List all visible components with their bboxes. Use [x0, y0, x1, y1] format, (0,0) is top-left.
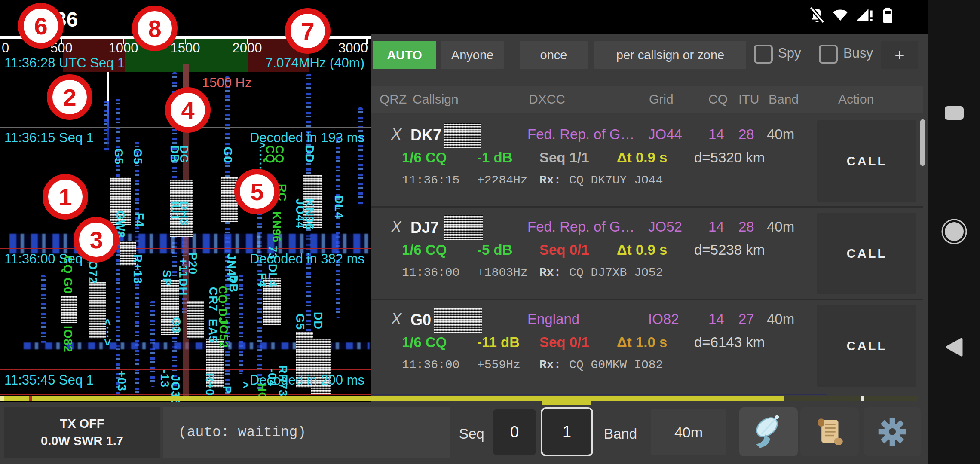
scale-tick-label: 0 [2, 40, 9, 56]
header-qrz: QRZ [380, 92, 407, 107]
row-band: 40m [767, 219, 794, 235]
row-rx-label: Rx: [539, 266, 561, 279]
bottom-control-bar: TX OFF 0.0W SWR 1.7 (auto: waiting) Seq … [0, 402, 928, 464]
log-button[interactable] [800, 407, 859, 456]
nav-home-button[interactable] [928, 218, 980, 245]
row-rx-message: CQ DK7UY JO44 [569, 174, 663, 187]
call-button[interactable]: CALL [817, 120, 916, 202]
list-scrollbar[interactable] [920, 119, 925, 166]
row-dxcc: England [527, 311, 579, 327]
tx-status-button[interactable]: TX OFF 0.0W SWR 1.7 [4, 407, 160, 458]
row-band: 40m [767, 311, 794, 327]
satellite-antenna-icon [750, 413, 787, 450]
scale-tick-mark [123, 39, 124, 44]
waterfall-decode-label: G5 [112, 148, 125, 165]
auto-button[interactable]: AUTO [373, 41, 436, 69]
status-bar-icons [808, 6, 896, 26]
waterfall-decode-label: CQ [273, 145, 286, 164]
row-rx-label: Rx: [539, 174, 561, 187]
settings-button[interactable] [864, 407, 921, 456]
annotation-circle-8: 8 [132, 6, 178, 51]
decode-list-panel: AUTO Anyone once per callsign or zone Sp… [371, 34, 928, 402]
row-callsign-censored [444, 215, 483, 240]
row-rx-label: Rx: [539, 358, 561, 372]
row-snr: -11 dB [477, 334, 520, 351]
row-cq-zone: 14 [708, 219, 724, 235]
row-snr: -1 dB [477, 150, 513, 166]
row-callsign-censored [434, 308, 482, 333]
table-row[interactable]: XDK7Fed. Rep. of G…JO44142840m1/6 CQ-1 d… [371, 115, 923, 208]
annotation-circle-3: 3 [74, 217, 119, 263]
decode-time-label: 11:35:45 Seq 1 [4, 372, 94, 388]
signal-streak [336, 137, 340, 318]
signal-streak [257, 185, 262, 391]
row-dxcc: Fed. Rep. of G… [527, 126, 634, 143]
settings-gear-icon [874, 413, 911, 450]
waterfall-decode-label: CR7 [206, 287, 220, 311]
row-callsign-censored [444, 123, 481, 148]
cell-signal-alert-icon [855, 6, 873, 24]
waterfall-decode-label: DH3 [177, 201, 190, 226]
row-callsign: G0 [410, 311, 431, 329]
row-rx-message: CQ G0MKW IO82 [569, 358, 663, 372]
add-button[interactable]: + [881, 41, 918, 69]
delete-x-button[interactable]: X [391, 218, 401, 236]
scale-tick-label: 3000 [338, 40, 368, 56]
seq-even-button[interactable]: 0 [493, 409, 536, 455]
header-dxcc: DXCC [529, 92, 565, 107]
once-filter-button[interactable]: once [520, 41, 588, 69]
header-grid: Grid [649, 92, 674, 107]
scale-tick-mark [366, 39, 368, 44]
row-itu-zone: 28 [738, 219, 754, 235]
antenna-button[interactable] [739, 407, 798, 456]
tx-status-line1: TX OFF [60, 415, 104, 432]
seq-odd-button[interactable]: 1 [541, 407, 593, 456]
table-row[interactable]: XG0EnglandIO82142740m1/6 CQ-11 dBSeq 0/1… [371, 300, 923, 392]
row-seq: Seq 0/1 [539, 334, 589, 351]
row-seq: Seq 1/1 [539, 150, 589, 166]
nav-back-button[interactable] [928, 338, 980, 357]
progress-red-tick [29, 396, 32, 401]
row-rx-message: CQ DJ7XB JO52 [569, 266, 663, 279]
auto-status-panel[interactable]: (auto: waiting) [163, 407, 450, 458]
row-time: 11:36:15 [402, 174, 459, 187]
home-circle-icon [941, 218, 968, 245]
battery-icon [878, 6, 896, 24]
row-itu-zone: 27 [738, 311, 754, 327]
cycle-progress-track [784, 396, 918, 401]
waterfall-decode-label: +03 [115, 370, 128, 391]
row-itu-zone: 28 [738, 126, 754, 143]
call-button[interactable]: CALL [817, 213, 916, 294]
call-button[interactable]: CALL [817, 305, 916, 387]
annotation-circle-6: 6 [18, 3, 64, 49]
row-band: 40m [767, 126, 794, 143]
band-label: Band [604, 426, 637, 442]
censored-callsign-block [61, 296, 77, 323]
app-screen: 36 11:36:28 UTC Seq 1 7.074MHz (40m) 150… [0, 0, 980, 464]
scale-tick-mark [185, 39, 186, 44]
waterfall-utc-label: 11:36:28 UTC Seq 1 [4, 55, 125, 71]
header-band: Band [769, 92, 799, 107]
decode-result-label: Decoded in 200 ms [250, 372, 364, 388]
censored-callsign-block [187, 301, 204, 339]
android-nav-bar [928, 0, 980, 464]
annotation-circle-7: 7 [285, 8, 331, 54]
spy-checkbox[interactable] [754, 45, 773, 64]
anyone-filter-button[interactable]: Anyone [441, 41, 504, 69]
nav-recents-button[interactable] [928, 105, 980, 121]
row-snr: -5 dB [477, 242, 513, 258]
waterfall-decode-label: G5 [293, 314, 306, 330]
dedupe-filter-button[interactable]: per callsign or zone [594, 41, 746, 69]
row-dt: Δt 0.9 s [617, 242, 667, 258]
row-callsign: DJ7 [410, 219, 439, 237]
delete-x-button[interactable]: X [391, 125, 401, 143]
busy-checkbox[interactable] [819, 45, 838, 64]
waterfall-decode-label: <···> [101, 319, 114, 346]
decode-result-label: Decoded in 193 ms [250, 130, 364, 146]
delete-x-button[interactable]: X [391, 310, 401, 328]
table-row[interactable]: XDJ7Fed. Rep. of G…JO52142840m1/6 CQ-5 d… [371, 208, 923, 300]
band-select-button[interactable]: 40m [651, 409, 726, 455]
decode-time-label: 11:36:15 Seq 1 [4, 130, 94, 146]
waterfall-decode-label: F4 [255, 273, 269, 287]
cycle-progress-bar [0, 396, 784, 401]
